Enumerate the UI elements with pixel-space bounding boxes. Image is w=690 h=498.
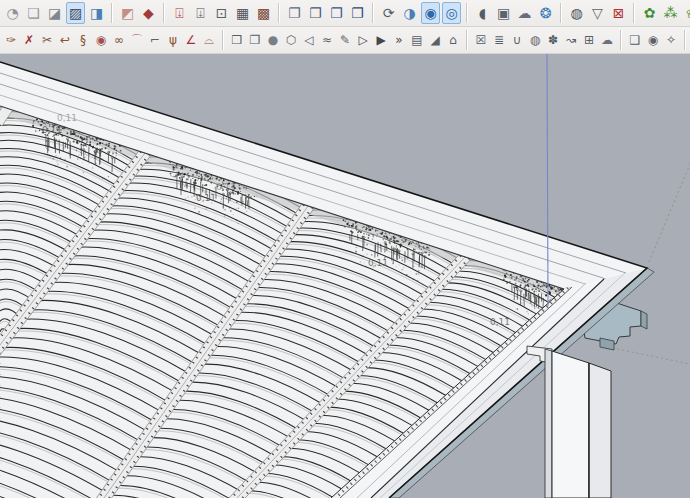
u-tool-icon[interactable]: ∪	[509, 30, 525, 50]
dimension-label: 0,11	[57, 113, 77, 123]
angle-tool-icon[interactable]: ∠	[183, 30, 199, 50]
plant-grass-icon[interactable]: ⁂	[661, 2, 680, 24]
lock-box-icon[interactable]: ⊡	[212, 2, 231, 24]
arrow-c-icon[interactable]: »	[391, 30, 407, 50]
toolbar-separator	[620, 30, 622, 50]
spiral-tool-icon[interactable]: §	[75, 30, 91, 50]
cloud-upload-icon[interactable]: ☁	[515, 2, 534, 24]
import-box-icon[interactable]: ⍗	[170, 2, 189, 24]
plant-outline-icon[interactable]: ❀	[682, 2, 690, 24]
flip-left-icon[interactable]: ◁	[301, 30, 317, 50]
copy-cubes-2-icon[interactable]: ❐	[306, 2, 325, 24]
plant-leaf-icon[interactable]: ✿	[640, 2, 659, 24]
weave-tool-icon[interactable]: ☒	[473, 30, 489, 50]
grid-box-icon[interactable]: ▦	[233, 2, 252, 24]
viewport-3d[interactable]: 0,110,110,110,110,110,11	[0, 54, 690, 498]
house-tool-icon[interactable]: ⌂	[445, 30, 461, 50]
cloud-soft-icon[interactable]: ☁	[599, 30, 615, 50]
brown-box-icon[interactable]: ▩	[254, 2, 273, 24]
sphere-tool-icon[interactable]: ●	[265, 30, 281, 50]
corner-tool-icon[interactable]: ⌐	[147, 30, 163, 50]
dimension-label: 0,11	[368, 258, 388, 268]
render-red-icon[interactable]: ⊠	[609, 2, 628, 24]
profile-tool-icon[interactable]: ⌓	[201, 30, 217, 50]
toolbar-separator	[163, 3, 165, 23]
toolbar-separator	[633, 3, 635, 23]
toolbar-separator	[684, 30, 686, 50]
toolbar-separator	[466, 30, 468, 50]
image-tool-icon[interactable]: ▣	[494, 2, 513, 24]
toolbar-second: ✑✗✂↩§◉∞⌒⌐ψ∠⌓❒❐●⬡◁≈✎▷▶»▤◢⌂☒≣∪◍✽↝⊞☁❑◉✧❒❒❒	[0, 27, 690, 54]
application-window: ◔❏◪▨◨◩◆⍗⍗⊡▦▩❐❐❐❐⟳◑◉◎◖▣☁❂◍▽⊠✿⁂❀➢⬢✴ ✑✗✂↩§◉…	[0, 0, 690, 498]
render-funnel-icon[interactable]: ▽	[588, 2, 607, 24]
copy-cubes-1-icon[interactable]: ❐	[285, 2, 304, 24]
box-open-icon[interactable]: ◩	[118, 2, 137, 24]
support-post	[545, 349, 611, 498]
undo-curve-icon[interactable]: ↩	[57, 30, 73, 50]
draw-pencil-icon[interactable]: ✎	[337, 30, 353, 50]
toolbar-separator	[111, 3, 113, 23]
star-tool-icon[interactable]: ✧	[663, 30, 679, 50]
web-sphere-icon[interactable]: ❂	[536, 2, 555, 24]
ramp-tool-icon[interactable]: ◢	[427, 30, 443, 50]
lines-tool-icon[interactable]: ≣	[491, 30, 507, 50]
toolbar-separator	[466, 3, 468, 23]
scissors-tool-icon[interactable]: ✂	[39, 30, 55, 50]
dimension-label: 0,11	[216, 182, 236, 192]
fork-tool-icon[interactable]: ψ	[165, 30, 181, 50]
cube-gray-icon[interactable]: ◪	[45, 2, 64, 24]
ball-swirl-icon[interactable]: ◍	[527, 30, 543, 50]
eye-tool-icon[interactable]: ◉	[93, 30, 109, 50]
toolbar-separator	[372, 3, 374, 23]
dimension-label: 0,11	[490, 317, 510, 327]
cube-textured-icon[interactable]: ▨	[66, 2, 85, 24]
wave-tool-icon[interactable]: ≈	[319, 30, 335, 50]
cube-blue-icon[interactable]: ◨	[87, 2, 106, 24]
poly-tool-icon[interactable]: ⬡	[283, 30, 299, 50]
panel-edit-icon[interactable]: ❒	[229, 30, 245, 50]
toolbar-separator	[278, 3, 280, 23]
link-tool-icon[interactable]: ∞	[111, 30, 127, 50]
copy-cubes-4-icon[interactable]: ❐	[348, 2, 367, 24]
layers-tool-icon[interactable]: ▤	[409, 30, 425, 50]
pin-ball-icon[interactable]: ◉	[645, 30, 661, 50]
copy-cubes-3-icon[interactable]: ❐	[327, 2, 346, 24]
half-sphere-icon[interactable]: ◑	[400, 2, 419, 24]
rotate-tool-icon[interactable]: ⟳	[379, 2, 398, 24]
wave-arrow-icon[interactable]: ↝	[563, 30, 579, 50]
box-plus-icon[interactable]: ❑	[627, 30, 643, 50]
toolbar-top: ◔❏◪▨◨◩◆⍗⍗⊡▦▩❐❐❐❐⟳◑◉◎◖▣☁❂◍▽⊠✿⁂❀➢⬢✴	[0, 0, 690, 27]
gear-flower-icon[interactable]: ✽	[545, 30, 561, 50]
arc-tool-icon[interactable]: ⌒	[129, 30, 145, 50]
group-cubes-icon[interactable]: ❐	[247, 30, 263, 50]
dimension-label: 0,11	[196, 193, 216, 203]
callout-tool-icon[interactable]: ◖	[473, 2, 492, 24]
orbit-tool-icon[interactable]: ◉	[421, 2, 440, 24]
history-sphere-icon[interactable]: ◔	[3, 2, 22, 24]
export-box-icon[interactable]: ⍗	[191, 2, 210, 24]
pencil-tool-icon[interactable]: ✑	[3, 30, 19, 50]
toolbar-separator	[560, 3, 562, 23]
grid-plus-icon[interactable]: ⊞	[581, 30, 597, 50]
new-page-icon[interactable]: ❏	[24, 2, 43, 24]
erase-x-icon[interactable]: ✗	[21, 30, 37, 50]
arrow-b-icon[interactable]: ▶	[373, 30, 389, 50]
toolbar-separator	[222, 30, 224, 50]
dimension-label: 0,11	[42, 125, 62, 135]
box-red-icon[interactable]: ◆	[139, 2, 158, 24]
render-camera-icon[interactable]: ◍	[567, 2, 586, 24]
arrow-a-icon[interactable]: ▷	[355, 30, 371, 50]
orbit-alt-icon[interactable]: ◎	[442, 2, 461, 24]
